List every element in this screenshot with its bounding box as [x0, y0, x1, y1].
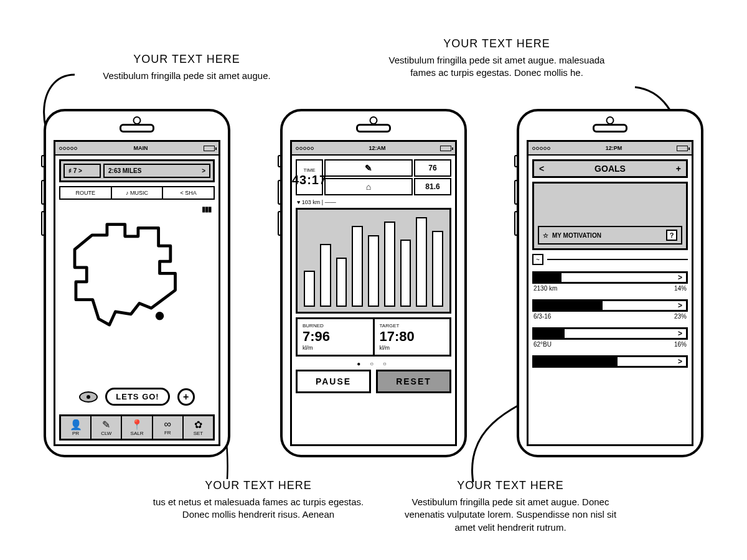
goal-meta: 6/3-1623%	[532, 313, 688, 320]
goals-navbar: < GOALS +	[532, 159, 688, 178]
tab-music[interactable]: ♪ MUSIC	[111, 186, 162, 200]
goal-meta-left: 6/3-16	[533, 313, 551, 320]
annotation-body: Vestibulum fringilla pede sit amet augue…	[81, 70, 293, 82]
nav-title: GOALS	[594, 164, 626, 174]
annotation-title: YOUR TEXT HERE	[385, 37, 609, 50]
goal-meta-left: 62°BU	[533, 341, 552, 348]
goal-progress-bar: >	[532, 355, 688, 368]
battery-icon	[677, 146, 688, 151]
goals-list: ~ >2130 km14%>6/3-1623%>62°BU16%>	[532, 254, 688, 376]
goal-item[interactable]: >2130 km14%	[532, 271, 688, 292]
goal-item[interactable]: >6/3-1623%	[532, 299, 688, 320]
goal-progress-fill	[534, 273, 561, 282]
split-target: TARGET 17:80 kl/m	[373, 317, 452, 357]
page-indicator: ● ○ ○	[292, 360, 455, 367]
status-bar: 12:AM	[292, 142, 455, 156]
screen-run-start: MAIN ♯ 7 > 2:63 MILES> ROUTE ♪ MUSIC < S…	[54, 140, 220, 446]
status-time: 12:PM	[606, 145, 622, 151]
mode-tabs: ROUTE ♪ MUSIC < SHA	[59, 186, 215, 200]
pause-button[interactable]: PAUSE	[296, 370, 371, 393]
tabbar-item-settings[interactable]: ✿SET	[184, 416, 213, 439]
tabbar-item-map[interactable]: 📍SALR	[122, 416, 153, 439]
chevron-right-icon: >	[678, 273, 682, 282]
tabbar-item-profile[interactable]: 👤PR	[61, 416, 92, 439]
home-icon: ⌂	[366, 182, 371, 192]
add-goal-button[interactable]: +	[676, 164, 681, 174]
split-burned: BURNED 7:96 kl/m	[296, 317, 373, 357]
goal-meta-right: 23%	[674, 313, 687, 320]
chart-bar	[336, 258, 347, 307]
edit-button[interactable]: ✎	[324, 159, 413, 177]
goal-item[interactable]: >	[532, 355, 688, 369]
phone-mockup-2: 12:AM ✎ TIME 43:17 76 ⌂ 81.6 ♥ 103 km | …	[280, 109, 467, 457]
mini-stats-row: ♥ 103 km | ——	[297, 199, 450, 205]
tabbar-item-friends[interactable]: ∞FR	[153, 416, 184, 439]
route-map[interactable]: ▮▮▮ LETS GO! +	[59, 202, 215, 411]
chart-bar	[400, 240, 411, 307]
control-buttons: PAUSE RESET	[296, 370, 451, 393]
goal-progress-bar: >	[532, 299, 688, 312]
goals-list-header: ~	[532, 254, 688, 265]
phone-mockup-1: MAIN ♯ 7 > 2:63 MILES> ROUTE ♪ MUSIC < S…	[44, 109, 230, 457]
timer-label: TIME	[303, 167, 315, 173]
locate-button[interactable]	[79, 391, 98, 403]
stat-weight-tile: 81.6	[414, 178, 451, 195]
trend-icon: ~	[532, 254, 543, 265]
user-icon: 👤	[61, 419, 90, 431]
goal-meta: 2130 km14%	[532, 285, 688, 292]
chart-bar	[320, 244, 331, 307]
signal-dots-icon	[532, 145, 551, 151]
chevron-right-icon: >	[678, 357, 682, 366]
tab-share[interactable]: < SHA	[162, 186, 215, 200]
distance-tile[interactable]: 2:63 MILES>	[103, 164, 210, 178]
chart-bar	[416, 217, 427, 307]
status-bar: MAIN	[55, 142, 218, 156]
tabbar-item-log[interactable]: ✎CLW	[92, 416, 122, 439]
goal-progress-fill	[534, 329, 565, 338]
split-stats-row: BURNED 7:96 kl/m TARGET 17:80 kl/m	[296, 317, 451, 357]
goal-meta-right: 16%	[674, 341, 687, 348]
route-path-icon	[59, 202, 215, 340]
goal-progress-bar: >	[532, 327, 688, 340]
goal-item[interactable]: >62°BU16%	[532, 327, 688, 348]
goal-meta: 62°BU16%	[532, 341, 688, 348]
chart-bar	[368, 235, 379, 307]
start-run-button[interactable]: LETS GO!	[105, 388, 169, 406]
home-button[interactable]: ⌂	[324, 178, 413, 195]
chart-bar	[352, 226, 363, 307]
gear-icon: ✿	[184, 419, 213, 431]
annotation-body: tus et netus et malesuada fames ac turpi…	[146, 496, 370, 521]
infinity-icon: ∞	[153, 419, 182, 430]
activity-bar-chart	[296, 208, 451, 314]
motivation-banner[interactable]: ☆ MY MOTIVATION ?	[538, 226, 682, 245]
annotation-body: Vestibulum fringilla pede sit amet augue…	[398, 496, 622, 534]
distance-value: 2:63 MILES	[108, 167, 141, 174]
chart-bar	[432, 231, 443, 307]
status-label: MAIN	[134, 145, 148, 151]
back-button[interactable]: <	[539, 164, 544, 174]
goals-hero: ☆ MY MOTIVATION ?	[532, 182, 688, 250]
chevron-right-icon: >	[678, 329, 682, 338]
annotation-title: YOUR TEXT HERE	[81, 53, 293, 66]
screen-goals: 12:PM < GOALS + ☆ MY MOTIVATION ? ~ >213…	[527, 140, 693, 446]
chart-bar	[304, 271, 315, 307]
help-button[interactable]: ?	[666, 230, 677, 241]
signal-dots-icon	[296, 145, 314, 151]
signal-dots-icon	[59, 145, 78, 151]
reset-button[interactable]: RESET	[376, 370, 451, 393]
pencil-icon: ✎	[92, 419, 121, 431]
goal-progress-fill	[534, 357, 618, 366]
goal-meta-left: 2130 km	[533, 285, 557, 292]
level-tile[interactable]: ♯ 7 >	[63, 164, 101, 178]
annotation-bottom-left: YOUR TEXT HERE tus et netus et malesuada…	[146, 479, 370, 521]
tab-route[interactable]: ROUTE	[59, 186, 111, 200]
goal-meta-right: 14%	[674, 285, 687, 292]
annotation-bottom-right: YOUR TEXT HERE Vestibulum fringilla pede…	[398, 479, 622, 534]
phone-mockup-3: 12:PM < GOALS + ☆ MY MOTIVATION ? ~ >213…	[517, 109, 703, 457]
status-bar: 12:PM	[529, 142, 692, 156]
add-button[interactable]: +	[177, 388, 195, 406]
battery-icon	[204, 146, 215, 151]
annotation-body: Vestibulum fringilla pede sit amet augue…	[385, 54, 609, 80]
annotation-title: YOUR TEXT HERE	[398, 479, 622, 492]
timer-tile: TIME 43:17	[296, 159, 323, 195]
